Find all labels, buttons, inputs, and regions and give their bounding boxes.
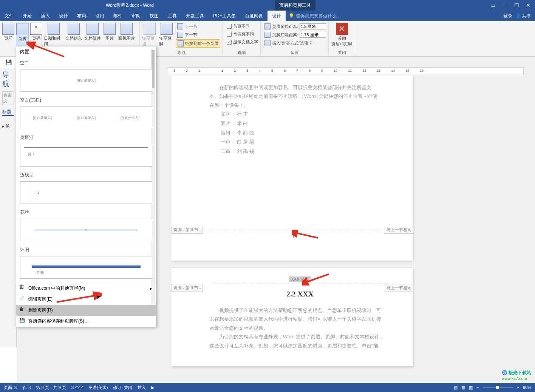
tools-tab[interactable]: 工具	[163, 11, 181, 21]
save-to-gallery-icon: 💾	[19, 318, 25, 324]
show-doc-text-checkbox[interactable]: ✓显示文档文字	[225, 39, 260, 46]
prev-section-icon	[177, 23, 183, 29]
header-top-input[interactable]	[300, 23, 326, 29]
same-as-previous-tag-1: 与上一节相同	[385, 226, 413, 234]
first-page-different-checkbox[interactable]: 首页不同	[225, 23, 260, 30]
document-title: Word教程2.docx - Word	[106, 2, 154, 9]
gallery-item-floral-label: 花丝	[16, 207, 156, 218]
ribbon-display-options-icon[interactable]: ▭	[490, 2, 495, 8]
header-section-marker-2: 页脚 - 第 3 节 - 与上一节相同	[172, 284, 413, 292]
status-language[interactable]: 英语(美国)	[88, 385, 108, 390]
previous-section-button[interactable]: 上一节	[176, 23, 220, 30]
status-macro-icon[interactable]: ▶	[151, 385, 154, 390]
status-word-count[interactable]: 3 个字	[71, 385, 83, 390]
gallery-item-floral[interactable]: ❈	[20, 219, 152, 241]
design-page-tab[interactable]: 设计	[54, 11, 73, 21]
gallery-item-retro[interactable]: [作者]	[20, 256, 152, 279]
more-footers-office-menu[interactable]: 🖼 Office.com 中的其他页脚(M) ▸	[16, 283, 156, 294]
zoom-slider[interactable]	[483, 387, 513, 388]
gallery-item-austin-label: 奥斯汀	[16, 132, 156, 143]
zoom-in-button[interactable]: +	[517, 385, 519, 390]
minimize-button[interactable]: —	[502, 2, 507, 8]
header-icon	[2, 23, 14, 35]
ribbon-tabs: 文件 开始 插入 设计 布局 引用 邮件 审阅 视图 工具 开发工具 PDF工具…	[0, 11, 535, 21]
login-button[interactable]: 登录	[503, 13, 512, 19]
document-canvas[interactable]: 在新的阅读视图中阅读更加容易。可以折叠文档某些部分并关注所需文 本。如果在达到结…	[172, 76, 527, 382]
close-window-button[interactable]: ✕	[526, 2, 530, 8]
edit-footer-menu[interactable]: 📄 编辑页脚(E)	[16, 294, 156, 305]
tell-me-search[interactable]: 💡 告诉我您想要做什么…	[289, 13, 341, 19]
horizontal-ruler[interactable]: 32112345678910111213141516	[168, 67, 524, 74]
header-top-distance[interactable]: 页眉顶端距离:	[263, 23, 328, 30]
checkbox-checked-icon: ✓	[227, 40, 232, 45]
home-tab[interactable]: 开始	[18, 11, 36, 21]
docinfo-icon	[68, 23, 80, 35]
status-bar: 页面: 8 节: 3 第 8 页，共 9 页 3 个字 英语(美国) 修订: 关…	[0, 383, 535, 392]
page-header[interactable]: XXX 公司	[209, 276, 391, 285]
gallery-item-retro-label: 怀旧	[16, 244, 156, 255]
view-print-layout-button[interactable]: ▦	[461, 385, 465, 390]
share-button[interactable]: 👤 共享	[515, 13, 531, 19]
pdf-tools-tab[interactable]: PDF工具集	[209, 11, 240, 21]
next-section-button[interactable]: 下一节	[176, 31, 220, 39]
save-button[interactable]: 💾	[5, 59, 12, 65]
baidu-tab[interactable]: 百度网盘	[240, 11, 268, 21]
zoom-out-button[interactable]: −	[476, 385, 479, 390]
quick-access-toolbar: 💾	[5, 59, 14, 66]
gallery-item-blank[interactable]: [在此处键入]	[20, 69, 152, 92]
group-label-close: 关闭	[331, 50, 353, 56]
align-tab-icon	[264, 40, 271, 46]
remove-footer-menu[interactable]: 🗑 删除页脚(R)	[16, 305, 156, 316]
status-section[interactable]: 节: 3	[22, 385, 31, 390]
footer-tag-2: 页脚 - 第 3 节 -	[172, 284, 203, 292]
view-web-layout-button[interactable]: ▥	[469, 385, 473, 390]
gallery-item-blank3[interactable]: [在此处键入][在此处键入][在此处键入]	[20, 106, 152, 129]
online-picture-icon	[121, 23, 133, 35]
layout-tab[interactable]: 布局	[73, 11, 91, 21]
checkbox-icon	[227, 24, 232, 29]
footer-page-number[interactable]: 7	[292, 233, 295, 239]
footer-gallery-dropdown: 内置 空白 [在此处键入] 空白(三栏) [在此处键入][在此处键入][在此处键…	[16, 46, 156, 327]
insert-alignment-tab-button[interactable]: 插入"对齐方式"选项卡	[263, 39, 328, 47]
gallery-item-border[interactable]: | 1	[20, 181, 152, 204]
references-tab[interactable]: 引用	[91, 11, 109, 21]
watermark-url: www.xz7.com	[502, 376, 531, 381]
insert-tab[interactable]: 插入	[36, 11, 54, 21]
view-tab[interactable]: 视图	[145, 11, 163, 21]
remove-footer-icon: 🗑	[19, 307, 25, 313]
footer-bottom-input[interactable]	[300, 32, 326, 38]
gallery-item-blank3-label: 空白(三栏)	[16, 95, 156, 106]
navigation-pane: 导航 搜索文 标题 ▸ 第	[0, 68, 17, 347]
maximize-button[interactable]: ☐	[514, 2, 519, 8]
save-selection-to-gallery-menu[interactable]: 💾 将所选内容保存到页脚库(S)…	[16, 316, 156, 327]
developer-tab[interactable]: 开发工具	[181, 11, 209, 21]
view-read-mode-button[interactable]: ▤	[454, 385, 458, 390]
file-tab[interactable]: 文件	[0, 11, 18, 21]
header-top-icon	[264, 23, 271, 29]
link-to-previous-button[interactable]: 链接到前一条页眉	[176, 39, 220, 48]
docparts-icon	[87, 23, 99, 35]
nav-outline-item[interactable]: ▸ 第	[2, 123, 14, 129]
mailings-tab[interactable]: 邮件	[109, 11, 127, 21]
gallery-item-austin[interactable]: 页 1	[20, 144, 152, 167]
nav-tab-headings[interactable]: 标题	[2, 109, 14, 116]
document-page-2[interactable]: XXX 公司 页脚 - 第 3 节 - 与上一节相同 2.2 XXX 视频提供了…	[172, 268, 413, 366]
footer-bottom-distance[interactable]: 页脚底端距离:	[263, 31, 328, 39]
header-button[interactable]: 页眉	[2, 23, 14, 56]
odd-even-different-checkbox[interactable]: 奇偶页不同	[225, 31, 260, 38]
status-page[interactable]: 页面: 8	[4, 385, 17, 390]
header-company-text[interactable]: XXX 公司	[289, 276, 311, 282]
group-label-position: 位置	[263, 50, 326, 56]
gallery-section-builtin: 内置	[16, 46, 156, 57]
goto-footer-icon	[161, 23, 173, 35]
review-tab[interactable]: 审阅	[127, 11, 145, 21]
status-insert-mode[interactable]: 插入	[138, 385, 146, 390]
design-tab[interactable]: 设计	[268, 11, 286, 21]
zoom-level[interactable]: 90%	[523, 385, 531, 390]
status-track-changes[interactable]: 修订: 关闭	[113, 385, 132, 390]
status-page-of[interactable]: 第 8 页，共 9 页	[36, 385, 66, 390]
close-header-footer-button[interactable]: ✕ 关闭页眉和页脚	[331, 23, 353, 50]
nav-search-input[interactable]: 搜索文	[2, 91, 14, 105]
goto-footer-button[interactable]: 转至页脚	[159, 23, 175, 50]
watermark-brand: 🌀 极光下载站	[502, 370, 531, 376]
